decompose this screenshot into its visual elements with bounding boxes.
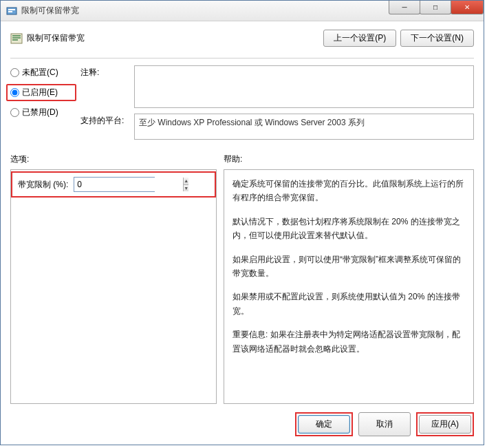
radio-enabled[interactable]: 已启用(E) (10, 87, 72, 98)
dialog-window: 限制可保留带宽 ─ □ ✕ 限制可保留带宽 上一个设置(P) 下一个设置(N) (0, 0, 484, 445)
highlight-apply: 应用(A) (416, 412, 474, 436)
spinner-down[interactable]: ▼ (184, 185, 188, 192)
radio-disabled-input[interactable] (10, 108, 19, 117)
platform-label: 支持的平台: (80, 114, 129, 140)
help-paragraph: 如果禁用或不配置此设置，则系统使用默认值为 20% 的连接带宽。 (232, 290, 468, 318)
minimize-button[interactable]: ─ (389, 1, 420, 14)
prev-setting-button[interactable]: 上一个设置(P) (323, 30, 396, 47)
highlight-ok: 确定 (295, 412, 353, 436)
footer-buttons: 确定 取消 应用(A) (10, 404, 474, 436)
help-label: 帮助: (224, 153, 242, 165)
spinner-up[interactable]: ▲ (184, 178, 188, 185)
app-icon (6, 6, 17, 17)
window-title: 限制可保留带宽 (21, 5, 79, 17)
comment-textarea[interactable] (134, 65, 474, 108)
highlight-bandwidth: 带宽限制 (%): ▲ ▼ (11, 171, 216, 198)
bandwidth-input[interactable] (74, 178, 183, 191)
close-button[interactable]: ✕ (451, 1, 484, 14)
bandwidth-limit-label: 带宽限制 (%): (18, 179, 68, 191)
svg-rect-5 (12, 37, 21, 39)
svg-rect-4 (12, 35, 21, 36)
divider (10, 58, 474, 58)
help-paragraph: 如果启用此设置，则可以使用“带宽限制”框来调整系统可保留的带宽数量。 (232, 253, 468, 281)
bandwidth-spinner[interactable]: ▲ ▼ (74, 177, 155, 192)
apply-button[interactable]: 应用(A) (419, 415, 471, 434)
state-radios: 未配置(C) 已启用(E) 已禁用(D) (10, 65, 72, 140)
help-panel[interactable]: 确定系统可保留的连接带宽的百分比。此值限制系统上运行的所有程序的组合带宽保留。 … (224, 169, 474, 404)
help-paragraph: 重要信息: 如果在注册表中为特定网络适配器设置带宽限制，配置该网络适配器时就会忽… (232, 328, 468, 356)
cancel-button[interactable]: 取消 (358, 412, 411, 436)
comment-label: 注释: (80, 65, 129, 108)
policy-icon (10, 32, 23, 45)
main-panels: 带宽限制 (%): ▲ ▼ 确定系统可保留的连接带宽的百分比。此值限制系统上运行… (10, 169, 474, 404)
config-row: 未配置(C) 已启用(E) 已禁用(D) 注释: (10, 65, 474, 140)
content-area: 限制可保留带宽 上一个设置(P) 下一个设置(N) 未配置(C) 已启用(E) (1, 21, 484, 445)
section-labels: 选项: 帮助: (10, 153, 474, 165)
svg-rect-1 (8, 9, 15, 10)
radio-disabled[interactable]: 已禁用(D) (10, 107, 72, 118)
titlebar[interactable]: 限制可保留带宽 ─ □ ✕ (1, 1, 484, 21)
window-controls: ─ □ ✕ (389, 1, 484, 14)
highlight-enabled: 已启用(E) (6, 84, 76, 101)
maximize-button[interactable]: □ (420, 1, 451, 14)
radio-not-configured[interactable]: 未配置(C) (10, 67, 72, 78)
options-label: 选项: (10, 153, 224, 165)
radio-not-configured-input[interactable] (10, 68, 19, 77)
platform-text: 至少 Windows XP Professional 或 Windows Ser… (134, 114, 474, 140)
help-paragraph: 默认情况下，数据包计划程序将系统限制在 20% 的连接带宽之内，但可以使用此设置… (232, 215, 468, 243)
help-paragraph: 确定系统可保留的连接带宽的百分比。此值限制系统上运行的所有程序的组合带宽保留。 (232, 177, 468, 205)
svg-rect-2 (8, 11, 12, 12)
policy-title: 限制可保留带宽 (27, 32, 85, 44)
ok-button[interactable]: 确定 (298, 415, 350, 434)
header-row: 限制可保留带宽 上一个设置(P) 下一个设置(N) (10, 30, 474, 47)
next-setting-button[interactable]: 下一个设置(N) (400, 30, 474, 47)
svg-rect-6 (12, 39, 18, 41)
radio-enabled-input[interactable] (10, 88, 19, 97)
options-panel: 带宽限制 (%): ▲ ▼ (10, 169, 217, 404)
